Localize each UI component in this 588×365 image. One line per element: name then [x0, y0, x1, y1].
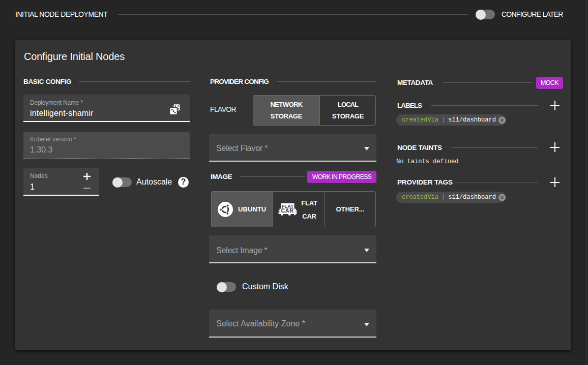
svg-text:CAR: CAR [281, 207, 293, 214]
